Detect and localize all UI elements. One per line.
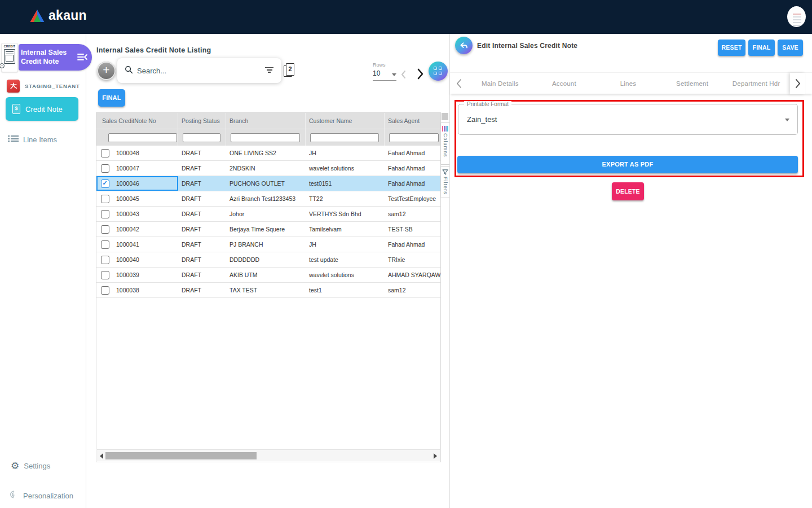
sidebar-item-settings[interactable]: ⚙ Settings (0, 458, 86, 473)
tab-department-hdr[interactable]: Department Hdr (724, 73, 788, 94)
table-row[interactable]: 1000048 DRAFT ONE LIVING SS2 JH Fahad Ah… (96, 146, 440, 161)
table-row[interactable]: 1000039 DRAFT AKIB UTM wavelet solutions… (96, 268, 440, 283)
row-checkbox[interactable] (101, 164, 109, 173)
brand-logo: akaun (29, 8, 87, 23)
tabs-scroll-left-button[interactable] (456, 78, 462, 91)
rows-per-page-value: 10 (373, 69, 380, 77)
scroll-left-arrow-icon[interactable] (100, 453, 103, 459)
grid-view-button[interactable] (429, 62, 448, 81)
printable-format-dropdown[interactable]: Printable Format Zain_test (458, 104, 798, 135)
row-checkbox[interactable] (101, 240, 109, 249)
top-app-bar: akaun (0, 0, 812, 34)
search-icon (125, 65, 133, 76)
sidebar-item-personalization[interactable]: Personalization (0, 488, 86, 503)
printable-format-value: Zain_test (467, 115, 497, 124)
table-row[interactable]: 1000041 DRAFT PJ BRANCH JH Fahad Ahmad (96, 237, 440, 252)
table-row[interactable]: 1000043 DRAFT Johor VERTHYS Sdn Bhd sam1… (96, 207, 440, 222)
sidebar-item-credit-note[interactable]: $ Credit Note (6, 97, 78, 121)
filters-tab-label: Filters (443, 177, 448, 195)
editor-title: Edit Internal Sales Credit Note (477, 42, 577, 50)
grid-icon (434, 67, 443, 76)
tab-filters[interactable]: Filters (440, 166, 450, 198)
credit-note-table: Sales CreditNote No Posting Status Branc… (96, 112, 441, 462)
row-checkbox[interactable] (101, 225, 109, 234)
table-row[interactable]: 1000045 DRAFT Azri Branch Test1233453 TT… (96, 191, 440, 207)
final-button[interactable]: FINAL (748, 40, 775, 56)
back-arrow-icon (458, 40, 469, 51)
brand-name: akaun (48, 8, 87, 23)
tab-settlement[interactable]: Settlement (660, 73, 725, 94)
credit-note-doc-icon (4, 49, 15, 64)
row-checkbox-checked[interactable] (101, 179, 109, 188)
table-row[interactable]: 1000038 DRAFT TAX TEST test1 sam12 (96, 283, 440, 298)
filter-input-creditnote-no[interactable] (108, 133, 177, 142)
table-row[interactable]: 1000040 DRAFT DDDDDDD test update TRIxie (96, 252, 440, 268)
row-checkbox[interactable] (101, 149, 109, 157)
list-icon (11, 135, 19, 143)
scrollbar-thumb[interactable] (105, 452, 257, 459)
reset-button[interactable]: RESET (718, 40, 745, 56)
pagination-prev-button[interactable] (399, 69, 408, 82)
row-checkbox[interactable] (101, 210, 109, 218)
column-header[interactable]: Sales Agent (385, 113, 440, 129)
add-record-button[interactable]: + (97, 62, 116, 80)
akaun-triangle-icon (29, 8, 45, 23)
sidebar-item-line-items[interactable]: Line Items (0, 132, 86, 147)
chevron-down-icon (785, 119, 789, 121)
column-header[interactable]: Sales CreditNote No (96, 113, 178, 129)
row-checkbox[interactable] (101, 195, 109, 203)
rows-per-page-select[interactable]: 10 (373, 69, 396, 81)
tenant-pdf-icon (7, 80, 20, 93)
filter-input-sales-agent[interactable] (389, 133, 439, 142)
delete-button[interactable]: DELETE (612, 182, 644, 200)
row-checkbox[interactable] (101, 271, 109, 279)
filter-input-customer-name[interactable] (310, 133, 379, 142)
tab-account[interactable]: Account (532, 73, 597, 94)
table-row-selected[interactable]: 1000046 DRAFT PUCHONG OUTLET test0151 Fa… (96, 176, 440, 191)
funnel-icon (442, 169, 448, 175)
horizontal-scrollbar[interactable] (97, 449, 440, 461)
column-header[interactable]: Posting Status (178, 113, 226, 129)
left-sidebar: CREDIT − Internal SalesCredit Note STAGI… (0, 34, 86, 508)
search-input[interactable] (137, 67, 265, 75)
personalization-label: Personalization (23, 492, 73, 500)
search-box (117, 58, 281, 83)
row-checkbox[interactable] (101, 286, 109, 295)
final-posting-button[interactable]: FINAL (98, 89, 125, 107)
minus-badge-icon: − (0, 63, 5, 68)
tab-columns[interactable]: Columns (440, 122, 450, 165)
editor-tab-bar: Main Details Account Lines Settlement De… (450, 72, 812, 94)
personalization-icon (9, 489, 19, 502)
tab-main-details[interactable]: Main Details (468, 73, 532, 94)
sidebar-module-internal-sales-credit-note[interactable]: Internal SalesCredit Note (19, 44, 92, 71)
table-filter-row (96, 129, 440, 146)
listing-page-title: Internal Sales Credit Note Listing (96, 46, 211, 54)
column-header[interactable]: Customer Name (306, 113, 385, 129)
filter-input-branch[interactable] (231, 133, 300, 142)
gear-icon: ⚙ (11, 461, 19, 471)
tabs-scroll-right-button[interactable] (790, 73, 805, 94)
sidebar-item-tenant[interactable]: STAGING_TENANT (0, 78, 86, 94)
columns-tab-label: Columns (443, 133, 448, 157)
pagination-next-button[interactable] (415, 68, 425, 82)
column-header[interactable]: Branch (226, 113, 306, 129)
back-button[interactable] (455, 37, 473, 54)
module-icon-caption: CREDIT (4, 45, 15, 48)
user-avatar[interactable] (787, 6, 806, 27)
row-checkbox[interactable] (101, 256, 109, 264)
scroll-right-arrow-icon[interactable] (434, 453, 437, 459)
duplicate-pages-icon[interactable]: 2 (284, 63, 296, 79)
vertical-scrollbar-track[interactable] (442, 113, 448, 120)
table-header-row: Sales CreditNote No Posting Status Branc… (96, 113, 440, 129)
table-row[interactable]: 1000042 DRAFT Berjaya Time Squere Tamils… (96, 222, 440, 237)
export-as-pdf-button[interactable]: EXPORT AS PDF (457, 156, 798, 173)
credit-note-label: Credit Note (25, 105, 63, 113)
filter-input-posting-status[interactable] (183, 133, 220, 142)
filter-lines-icon[interactable] (265, 67, 273, 75)
table-row[interactable]: 1000047 DRAFT 2NDSKIN wavelet solutions … (96, 161, 440, 176)
tab-lines[interactable]: Lines (596, 73, 660, 94)
save-button[interactable]: SAVE (778, 40, 803, 56)
chevron-down-icon (392, 73, 396, 76)
collapse-menu-icon[interactable] (77, 52, 88, 64)
line-items-label: Line Items (23, 135, 57, 144)
